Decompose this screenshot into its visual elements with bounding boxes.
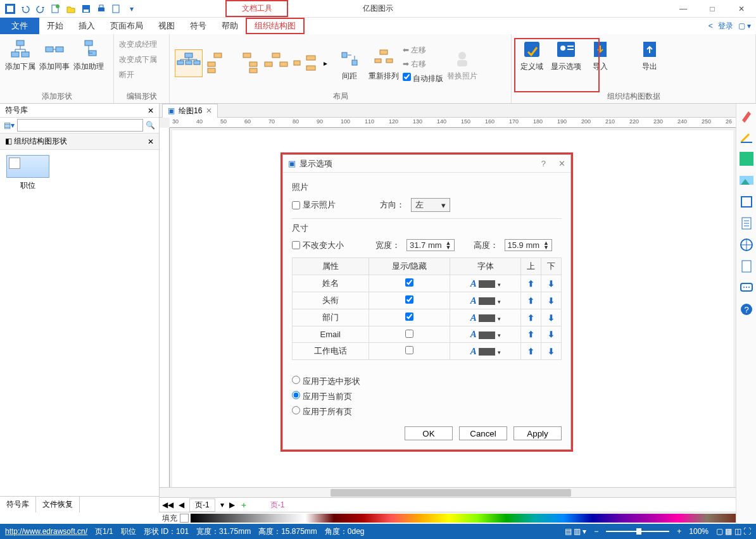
color-swatch[interactable] (479, 348, 495, 356)
comment-pane-icon[interactable] (740, 281, 753, 295)
menu-home[interactable]: 开始 (39, 18, 71, 34)
display-options-button[interactable]: 显示选项 (551, 37, 581, 71)
print-icon[interactable] (95, 3, 108, 15)
panel-close-icon[interactable]: ✕ (148, 106, 154, 115)
menu-insert[interactable]: 插入 (71, 18, 103, 34)
category-close-icon[interactable]: ✕ (148, 137, 154, 146)
font-icon[interactable]: A (470, 278, 477, 288)
help-pane-icon[interactable]: ? (740, 302, 753, 316)
layout-thumb-2[interactable] (204, 49, 232, 77)
collapse-ribbon-icon[interactable]: ▢ ▾ (738, 22, 751, 30)
menu-pagelayout[interactable]: 页面布局 (103, 18, 151, 34)
dialog-close-icon[interactable]: ✕ (558, 159, 565, 168)
font-icon[interactable]: A (470, 313, 477, 323)
attr-visible-checkbox[interactable] (405, 278, 413, 287)
spacing-button[interactable]: 间距 (334, 46, 365, 80)
page-tab-1-pink[interactable]: 页-1 (270, 500, 285, 511)
close-button[interactable]: ✕ (727, 0, 756, 18)
move-up-icon[interactable]: ⬆ (527, 279, 534, 288)
move-left-button[interactable]: ⬅ 左移 (403, 45, 443, 56)
dialog-help-icon[interactable]: ? (541, 159, 546, 168)
direction-select[interactable]: 左▾ (411, 198, 450, 212)
attr-visible-checkbox[interactable] (405, 346, 413, 354)
status-url[interactable]: http://www.edrawsoft.cn/ (5, 527, 87, 536)
move-down-icon[interactable]: ⬇ (548, 347, 555, 356)
zoom-slider[interactable] (606, 531, 669, 532)
menu-symbol[interactable]: 符号 (182, 18, 214, 34)
apply-radio[interactable]: 应用于选中形状 (292, 376, 360, 387)
search-input[interactable] (17, 119, 143, 132)
open-icon[interactable] (65, 3, 77, 15)
font-icon[interactable]: A (470, 295, 477, 306)
page-tab-1[interactable]: 页-1 (189, 499, 215, 512)
add-page-icon[interactable]: ＋ (240, 500, 248, 511)
maximize-button[interactable]: □ (698, 0, 727, 18)
menu-file[interactable]: 文件 (0, 18, 39, 34)
show-photo-checkbox[interactable]: 显示照片 (292, 199, 336, 211)
page-pane-icon[interactable] (740, 216, 753, 230)
color-swatch[interactable] (479, 314, 495, 322)
color-swatch[interactable] (479, 297, 495, 305)
rearrange-button[interactable]: 重新排列 (369, 46, 399, 80)
view-mode-icons[interactable]: ▤ ▥ ▾ (565, 527, 587, 536)
change-manager-button[interactable]: 改变成经理 (119, 39, 157, 50)
first-page-icon[interactable]: ◀◀ (162, 500, 173, 509)
color-strip[interactable]: 填充 (160, 512, 736, 524)
auto-layout-checkbox[interactable]: 自动排版 (403, 73, 443, 84)
redo-icon[interactable] (34, 3, 47, 15)
tab-file-recovery[interactable]: 文件恢复 (36, 497, 80, 512)
pen-pane-icon[interactable] (740, 130, 753, 144)
save-icon[interactable] (80, 3, 92, 15)
format-pane-icon[interactable] (740, 109, 753, 123)
image-pane-icon[interactable] (740, 173, 753, 187)
tab-symbol-library[interactable]: 符号库 (0, 497, 36, 512)
category-label[interactable]: ◧ 组织结构图形状 (5, 136, 67, 147)
define-field-button[interactable]: 定义域 (517, 37, 547, 71)
view-extra-icons[interactable]: ▢ ▩ ◫ ⛶ (716, 527, 751, 536)
width-input[interactable]: 31.7 mm▲▼ (406, 239, 455, 251)
attr-visible-checkbox[interactable] (405, 313, 413, 321)
fill-pane-icon[interactable] (740, 152, 753, 166)
undo-icon[interactable] (19, 3, 32, 15)
zoom-value[interactable]: 100% (689, 527, 709, 536)
layout-thumb-3[interactable] (233, 49, 261, 77)
new-icon[interactable] (49, 3, 62, 15)
menu-view[interactable]: 视图 (151, 18, 182, 34)
layer-pane-icon[interactable] (740, 195, 753, 209)
apply-radio[interactable]: 应用于当前页 (292, 391, 360, 402)
keep-size-checkbox[interactable]: 不改变大小 (292, 240, 344, 251)
apply-radio[interactable]: 应用于所有页 (292, 406, 360, 418)
doc-close-icon[interactable]: ✕ (206, 106, 212, 115)
export-button[interactable]: 导出 (634, 37, 665, 71)
zoom-out-icon[interactable]: − (594, 527, 598, 536)
qat-more-icon[interactable]: ▾ (125, 3, 138, 15)
zoom-in-icon[interactable]: + (677, 527, 681, 536)
move-down-icon[interactable]: ⬇ (548, 279, 555, 288)
replace-photo-button[interactable]: 替换照片 (447, 46, 477, 80)
apply-button[interactable]: Apply (513, 426, 562, 440)
menu-help[interactable]: 帮助 (214, 18, 246, 34)
attr-visible-checkbox[interactable] (405, 330, 413, 338)
layout-more-icon[interactable]: ▸ (320, 49, 331, 77)
height-input[interactable]: 15.9 mm▲▼ (505, 239, 553, 251)
color-swatch[interactable] (479, 280, 495, 288)
color-swatch[interactable] (479, 331, 495, 339)
next-page-icon[interactable]: ▶ (229, 500, 235, 509)
move-up-icon[interactable]: ⬆ (527, 347, 534, 356)
search-icon[interactable]: 🔍 (146, 121, 155, 130)
move-down-icon[interactable]: ⬇ (548, 313, 555, 323)
move-up-icon[interactable]: ⬆ (527, 296, 534, 306)
disconnect-button[interactable]: 断开 (119, 70, 157, 80)
doc-tools-tab[interactable]: 文档工具 (225, 0, 288, 17)
move-up-icon[interactable]: ⬆ (527, 313, 534, 323)
add-colleague-button[interactable]: 添加同事 (39, 37, 70, 71)
attr-visible-checkbox[interactable] (405, 295, 413, 304)
doc-tab[interactable]: ▣ 绘图16 ✕ (162, 104, 218, 118)
change-sub-button[interactable]: 改变成下属 (119, 54, 157, 65)
font-icon[interactable]: A (470, 346, 477, 356)
move-up-icon[interactable]: ⬆ (527, 330, 534, 339)
add-assistant-button[interactable]: 添加助理 (73, 37, 104, 71)
horizontal-scrollbar[interactable] (160, 487, 736, 497)
ok-button[interactable]: OK (405, 426, 453, 440)
layout-thumb-1[interactable] (175, 49, 203, 77)
